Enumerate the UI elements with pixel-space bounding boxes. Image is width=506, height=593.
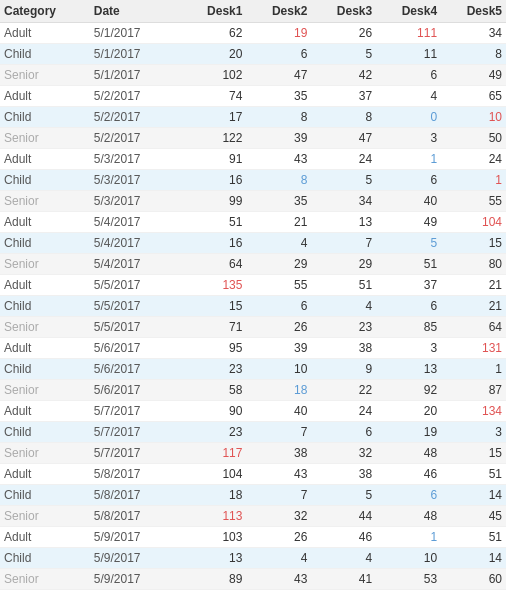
cell-category: Child — [0, 107, 90, 128]
cell-desk1: 58 — [182, 380, 247, 401]
cell-desk3: 32 — [311, 443, 376, 464]
cell-desk3: 42 — [311, 65, 376, 86]
cell-desk4: 85 — [376, 317, 441, 338]
cell-category: Child — [0, 422, 90, 443]
cell-date: 5/6/2017 — [90, 380, 182, 401]
cell-desk5: 64 — [441, 317, 506, 338]
cell-date: 5/2/2017 — [90, 128, 182, 149]
cell-desk4: 3 — [376, 128, 441, 149]
cell-desk3: 4 — [311, 296, 376, 317]
cell-desk3: 5 — [311, 485, 376, 506]
cell-category: Adult — [0, 401, 90, 422]
cell-date: 5/5/2017 — [90, 275, 182, 296]
cell-desk1: 95 — [182, 338, 247, 359]
cell-desk2: 23 — [246, 590, 311, 594]
cell-date: 5/8/2017 — [90, 506, 182, 527]
table-header-row: Category Date Desk1 Desk2 Desk3 Desk4 De… — [0, 0, 506, 23]
cell-desk1: 18 — [182, 485, 247, 506]
cell-desk2: 35 — [246, 191, 311, 212]
cell-desk5: 3 — [441, 422, 506, 443]
cell-desk4: 49 — [376, 212, 441, 233]
cell-desk2: 39 — [246, 338, 311, 359]
cell-desk1: 113 — [182, 506, 247, 527]
cell-desk4: 5 — [376, 233, 441, 254]
table-row: Senior5/1/20171024742649 — [0, 65, 506, 86]
cell-desk3: 29 — [311, 254, 376, 275]
cell-category: Adult — [0, 464, 90, 485]
cell-desk4: 46 — [376, 464, 441, 485]
cell-desk4: 4 — [376, 86, 441, 107]
cell-desk4: 1 — [376, 149, 441, 170]
cell-desk4: 19 — [376, 422, 441, 443]
table-row: Senior5/3/20179935344055 — [0, 191, 506, 212]
cell-desk5: 50 — [441, 128, 506, 149]
cell-desk1: 15 — [182, 296, 247, 317]
cell-desk4: 6 — [376, 296, 441, 317]
cell-category: Adult — [0, 338, 90, 359]
cell-desk2: 21 — [246, 212, 311, 233]
cell-desk4: 3 — [376, 338, 441, 359]
cell-desk3: 13 — [311, 212, 376, 233]
cell-desk3: 6 — [311, 422, 376, 443]
cell-desk4: 20 — [376, 401, 441, 422]
cell-date: 5/7/2017 — [90, 422, 182, 443]
table-row: Adult5/5/201713555513721 — [0, 275, 506, 296]
cell-desk3: 44 — [311, 506, 376, 527]
cell-category: Senior — [0, 569, 90, 590]
cell-desk4: 48 — [376, 506, 441, 527]
cell-desk3: 51 — [311, 275, 376, 296]
table-row: Adult5/4/201751211349104 — [0, 212, 506, 233]
table-row: Child5/2/20171788010 — [0, 107, 506, 128]
cell-category: Senior — [0, 443, 90, 464]
cell-desk5: 1 — [441, 359, 506, 380]
table-row: Senior5/9/20178943415360 — [0, 569, 506, 590]
cell-desk1: 104 — [182, 464, 247, 485]
cell-desk2: 43 — [246, 149, 311, 170]
cell-desk2: 6 — [246, 296, 311, 317]
cell-desk1: 13 — [182, 548, 247, 569]
cell-desk4: 0 — [376, 107, 441, 128]
cell-date: 5/7/2017 — [90, 401, 182, 422]
cell-category: Child — [0, 296, 90, 317]
cell-desk5: 14 — [441, 485, 506, 506]
cell-category: Adult — [0, 527, 90, 548]
cell-desk4: 48 — [376, 443, 441, 464]
cell-date: 5/2/2017 — [90, 107, 182, 128]
cell-desk3: 26 — [311, 590, 376, 594]
cell-date: 5/5/2017 — [90, 317, 182, 338]
cell-desk1: 74 — [182, 86, 247, 107]
cell-desk3: 4 — [311, 548, 376, 569]
table-row: Adult5/10/20175523269022 — [0, 590, 506, 594]
cell-category: Senior — [0, 380, 90, 401]
col-header-category: Category — [0, 0, 90, 23]
cell-desk3: 26 — [311, 23, 376, 44]
cell-date: 5/9/2017 — [90, 527, 182, 548]
cell-category: Adult — [0, 212, 90, 233]
cell-desk3: 22 — [311, 380, 376, 401]
cell-desk1: 16 — [182, 170, 247, 191]
cell-desk2: 7 — [246, 422, 311, 443]
cell-category: Child — [0, 359, 90, 380]
cell-desk2: 32 — [246, 506, 311, 527]
cell-desk3: 37 — [311, 86, 376, 107]
cell-category: Child — [0, 44, 90, 65]
cell-category: Child — [0, 485, 90, 506]
cell-desk5: 45 — [441, 506, 506, 527]
cell-desk1: 89 — [182, 569, 247, 590]
cell-category: Senior — [0, 317, 90, 338]
cell-desk1: 117 — [182, 443, 247, 464]
col-header-desk1: Desk1 — [182, 0, 247, 23]
col-header-desk2: Desk2 — [246, 0, 311, 23]
cell-desk4: 6 — [376, 485, 441, 506]
cell-desk2: 19 — [246, 23, 311, 44]
cell-category: Child — [0, 170, 90, 191]
cell-category: Adult — [0, 149, 90, 170]
cell-desk1: 51 — [182, 212, 247, 233]
cell-desk5: 10 — [441, 107, 506, 128]
cell-desk3: 47 — [311, 128, 376, 149]
cell-desk5: 104 — [441, 212, 506, 233]
cell-desk1: 122 — [182, 128, 247, 149]
cell-desk5: 65 — [441, 86, 506, 107]
cell-date: 5/8/2017 — [90, 464, 182, 485]
cell-desk4: 90 — [376, 590, 441, 594]
